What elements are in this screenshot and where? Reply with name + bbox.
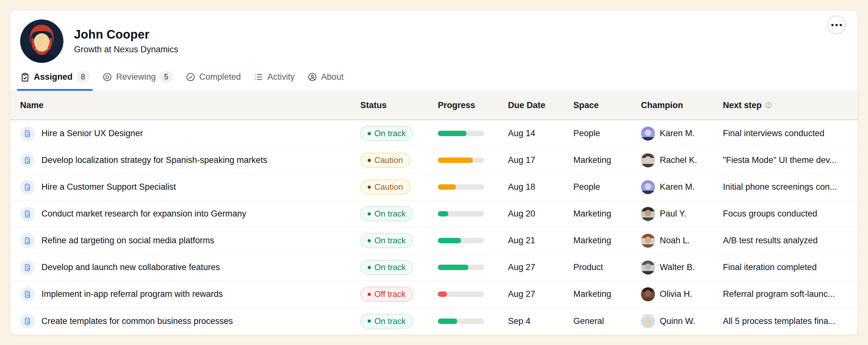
progress-cell: [438, 238, 508, 243]
tab-count-badge: 5: [159, 71, 173, 83]
progress-fill: [438, 238, 461, 243]
table-row[interactable]: Create templates for common business pro…: [10, 308, 858, 335]
status-dot-icon: [368, 266, 371, 269]
table-row[interactable]: Refine ad targeting on social media plat…: [10, 227, 858, 254]
space-label[interactable]: Product: [574, 262, 641, 272]
table-row[interactable]: Hire a Customer Support SpecialistCautio…: [10, 174, 858, 200]
status-badge[interactable]: On track: [360, 314, 413, 329]
next-step: All 5 process templates fina...: [723, 316, 850, 326]
task-name[interactable]: Create templates for common business pro…: [41, 316, 233, 326]
task-doc-icon: [20, 314, 35, 328]
status-cell: Caution: [360, 153, 438, 168]
status-badge[interactable]: On track: [360, 206, 413, 221]
progress-fill: [438, 184, 456, 190]
status-label: On track: [374, 316, 406, 326]
tab-reviewing[interactable]: Reviewing5: [102, 63, 173, 91]
column-header-status: Status: [360, 100, 438, 110]
task-name[interactable]: Conduct market research for expansion in…: [41, 209, 246, 219]
status-label: On track: [374, 128, 406, 138]
champion-avatar: [641, 260, 655, 275]
table-row[interactable]: Develop and launch new collaborative fea…: [10, 254, 858, 281]
more-options-button[interactable]: [827, 15, 846, 34]
profile-header: John Cooper Growth at Nexus Dynamics: [10, 10, 858, 63]
progress-bar: [438, 158, 484, 163]
task-name[interactable]: Hire a Customer Support Specialist: [41, 182, 176, 192]
space-label[interactable]: General: [574, 316, 641, 326]
tab-assigned[interactable]: Assigned8: [20, 63, 90, 91]
champion-cell: Karen M.: [641, 180, 723, 194]
task-name-cell: Conduct market research for expansion in…: [20, 207, 360, 221]
task-doc-icon: [20, 233, 35, 248]
column-header-label: Space: [574, 100, 599, 110]
info-icon[interactable]: [765, 102, 772, 109]
status-badge[interactable]: Caution: [360, 180, 410, 194]
status-cell: On track: [360, 206, 438, 221]
champion-name: Walter B.: [660, 262, 695, 272]
task-name[interactable]: Develop localization strategy for Spanis…: [41, 155, 267, 165]
progress-cell: [438, 211, 508, 217]
due-date: Aug 20: [508, 209, 574, 219]
status-dot-icon: [368, 239, 371, 242]
table-body: Hire a Senior UX DesignerOn trackAug 14P…: [10, 120, 858, 335]
task-name[interactable]: Implement in-app referral program with r…: [41, 289, 223, 299]
table-header: NameStatusProgressDue DateSpaceChampionN…: [10, 91, 858, 120]
tab-bar: Assigned8Reviewing5CompletedActivityAbou…: [10, 63, 858, 91]
status-label: On track: [374, 236, 406, 246]
task-name-cell: Hire a Customer Support Specialist: [20, 180, 360, 194]
champion-name: Quinn W.: [660, 316, 695, 326]
status-badge[interactable]: Caution: [360, 153, 410, 168]
tab-activity[interactable]: Activity: [253, 63, 294, 91]
space-label[interactable]: People: [574, 182, 641, 192]
task-name[interactable]: Refine ad targeting on social media plat…: [41, 236, 214, 246]
champion-name: Noah L.: [660, 236, 690, 246]
status-cell: On track: [360, 314, 438, 329]
column-header-label: Next step: [723, 100, 762, 110]
column-header-progress: Progress: [438, 100, 508, 110]
user-circle-icon: [307, 72, 317, 82]
status-dot-icon: [368, 212, 371, 216]
task-name[interactable]: Develop and launch new collaborative fea…: [41, 262, 220, 272]
next-step: Final iteration completed: [723, 262, 850, 272]
champion-avatar: [641, 127, 655, 140]
profile-card: John Cooper Growth at Nexus Dynamics Ass…: [10, 10, 858, 335]
space-label[interactable]: Marketing: [574, 289, 641, 299]
status-badge[interactable]: On track: [360, 233, 413, 248]
status-dot-icon: [368, 319, 371, 323]
space-label[interactable]: People: [574, 128, 641, 138]
status-dot-icon: [368, 186, 371, 189]
task-doc-icon: [20, 126, 35, 141]
table-row[interactable]: Implement in-app referral program with r…: [10, 281, 858, 308]
space-label[interactable]: Marketing: [574, 209, 641, 219]
status-badge[interactable]: On track: [360, 126, 413, 141]
task-name-cell: Hire a Senior UX Designer: [20, 126, 360, 141]
column-header-label: Progress: [438, 100, 475, 110]
task-name[interactable]: Hire a Senior UX Designer: [41, 128, 143, 138]
status-label: Caution: [374, 155, 403, 165]
progress-cell: [438, 184, 508, 190]
task-doc-icon: [20, 180, 35, 194]
tab-completed[interactable]: Completed: [186, 63, 241, 91]
progress-bar: [438, 211, 484, 217]
task-name-cell: Create templates for common business pro…: [20, 314, 360, 328]
champion-avatar: [641, 234, 655, 248]
next-step: A/B test results analyzed: [723, 236, 850, 246]
status-badge[interactable]: On track: [360, 260, 413, 275]
status-label: Caution: [374, 182, 403, 192]
task-doc-icon: [20, 287, 35, 302]
task-doc-icon: [20, 153, 35, 168]
next-step: Focus groups conducted: [723, 209, 850, 219]
space-label[interactable]: Marketing: [574, 236, 641, 246]
task-name-cell: Refine ad targeting on social media plat…: [20, 233, 360, 248]
tab-about[interactable]: About: [307, 63, 344, 91]
champion-cell: Olivia H.: [641, 287, 723, 301]
table-row[interactable]: Conduct market research for expansion in…: [10, 200, 858, 227]
table-row[interactable]: Develop localization strategy for Spanis…: [10, 147, 858, 174]
table-row[interactable]: Hire a Senior UX DesignerOn trackAug 14P…: [10, 120, 858, 147]
status-cell: On track: [360, 126, 438, 141]
status-badge[interactable]: Off track: [360, 287, 413, 302]
progress-cell: [438, 158, 508, 163]
space-label[interactable]: Marketing: [574, 155, 641, 165]
progress-cell: [438, 291, 508, 297]
due-date: Aug 18: [508, 182, 574, 192]
champion-cell: Quinn W.: [641, 314, 723, 328]
